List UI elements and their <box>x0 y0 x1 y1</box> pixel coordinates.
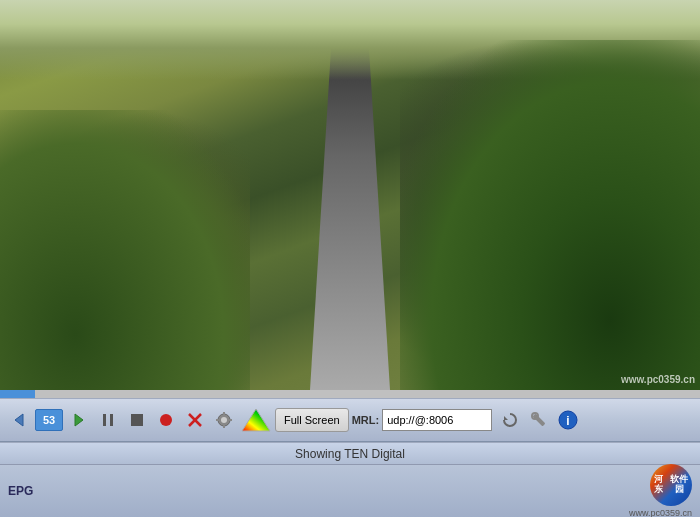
right-icons: i <box>497 407 581 433</box>
svg-text:i: i <box>566 414 569 428</box>
trees-right <box>400 40 700 390</box>
mrl-input[interactable] <box>382 409 492 431</box>
svg-point-9 <box>221 417 227 423</box>
stop-button[interactable] <box>124 407 150 433</box>
bottom-bar: EPG 河东 软件园 www.pc0359.cn <box>0 464 700 517</box>
trees-left <box>0 110 250 390</box>
logo-area: 河东 软件园 www.pc0359.cn <box>629 464 692 517</box>
forward-button[interactable] <box>66 407 92 433</box>
close-button[interactable] <box>182 407 208 433</box>
logo-text-line2: 软件园 <box>667 475 692 495</box>
record-button[interactable] <box>153 407 179 433</box>
mrl-label: MRL: <box>352 414 380 426</box>
refresh-button[interactable] <box>497 407 523 433</box>
back-button[interactable] <box>6 407 32 433</box>
watermark: www.pc0359.cn <box>621 374 695 385</box>
wrench-button[interactable] <box>526 407 552 433</box>
svg-marker-0 <box>15 414 23 426</box>
progress-bar-container[interactable] <box>0 390 700 398</box>
svg-rect-13 <box>229 419 232 421</box>
epg-label[interactable]: EPG <box>8 484 33 498</box>
svg-marker-15 <box>504 416 508 420</box>
fullscreen-button[interactable]: Full Screen <box>275 408 349 432</box>
status-message: Showing TEN Digital <box>295 447 405 461</box>
svg-rect-11 <box>223 425 225 428</box>
svg-rect-2 <box>103 414 106 426</box>
svg-marker-1 <box>75 414 83 426</box>
svg-marker-14 <box>242 409 270 431</box>
logo-website: www.pc0359.cn <box>629 508 692 517</box>
svg-rect-4 <box>131 414 143 426</box>
settings-button[interactable] <box>211 407 237 433</box>
info-button[interactable]: i <box>555 407 581 433</box>
video-player: www.pc0359.cn <box>0 0 700 390</box>
channel-number[interactable]: 53 <box>35 409 63 431</box>
svg-rect-3 <box>110 414 113 426</box>
logo-text-line1: 河东 <box>650 475 667 495</box>
svg-rect-10 <box>223 412 225 415</box>
progress-bar-fill <box>0 390 35 398</box>
svg-rect-16 <box>533 414 546 427</box>
logo-circle: 河东 软件园 <box>650 464 692 506</box>
toolbar: 53 <box>0 398 700 442</box>
status-bar: Showing TEN Digital <box>0 442 700 464</box>
svg-point-5 <box>160 414 172 426</box>
color-spectrum <box>240 407 272 433</box>
svg-rect-12 <box>216 419 219 421</box>
pause-button[interactable] <box>95 407 121 433</box>
